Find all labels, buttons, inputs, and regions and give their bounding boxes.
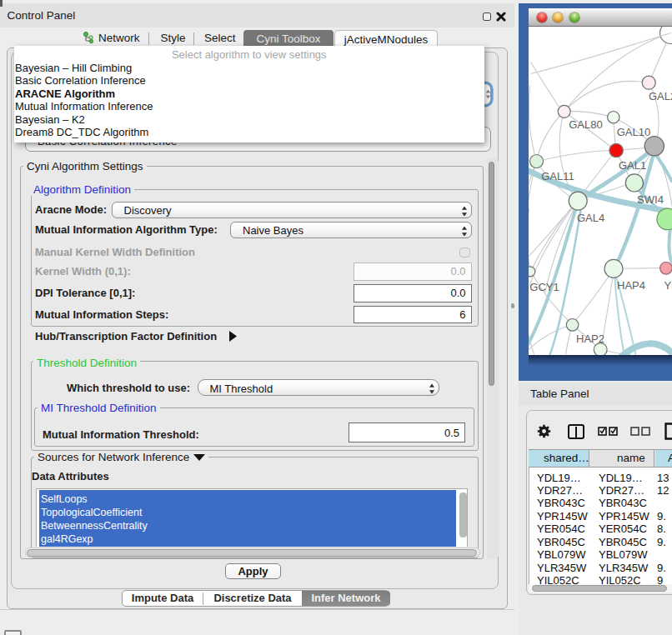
svg-text:GAL10: GAL10 (616, 125, 649, 138)
svg-text:GAL1: GAL1 (618, 159, 645, 172)
svg-text:HAP4: HAP4 (617, 279, 645, 292)
svg-text:GAL2: GAL2 (648, 89, 672, 102)
svg-text:GAL11: GAL11 (541, 169, 574, 182)
svg-text:YM...: YM... (664, 278, 672, 291)
svg-text:GAL4: GAL4 (576, 212, 604, 224)
svg-text:GAL80: GAL80 (569, 118, 602, 131)
svg-text:SWI4: SWI4 (637, 192, 664, 205)
svg-text:GCY1: GCY1 (529, 281, 559, 293)
svg-text:HAP2: HAP2 (576, 332, 604, 345)
